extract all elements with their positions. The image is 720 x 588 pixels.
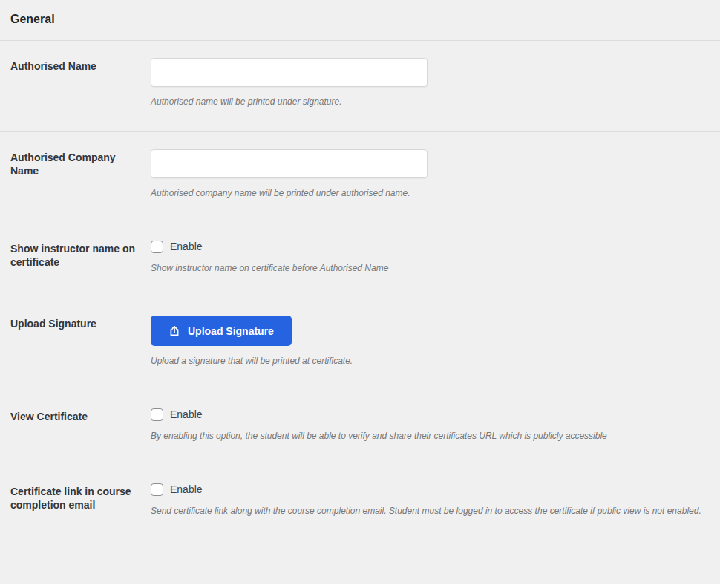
row-authorised-company-name: Authorised Company Name Authorised compa… [0, 132, 720, 223]
authorised-company-name-input[interactable] [151, 149, 428, 178]
page-header: General [0, 0, 720, 41]
upload-signature-button[interactable]: Upload Signature [151, 316, 292, 346]
authorised-company-name-label: Authorised Company Name [10, 149, 151, 177]
instructor-name-help: Show instructor name on certificate befo… [151, 263, 710, 274]
row-view-certificate: View Certificate Enable By enabling this… [0, 391, 720, 466]
settings-panel: General Authorised Name Authorised name … [0, 0, 720, 584]
view-certificate-label: View Certificate [10, 408, 151, 423]
authorised-name-input[interactable] [151, 58, 428, 87]
view-certificate-checkbox-label: Enable [170, 408, 203, 421]
authorised-company-name-help: Authorised company name will be printed … [151, 188, 710, 199]
row-authorised-name: Authorised Name Authorised name will be … [0, 41, 720, 132]
instructor-name-enable-option[interactable]: Enable [151, 241, 710, 253]
instructor-name-checkbox-label: Enable [170, 241, 203, 253]
row-certificate-link-email: Certificate link in course completion em… [0, 466, 720, 540]
certificate-link-email-label: Certificate link in course completion em… [10, 483, 151, 512]
row-instructor-name-on-certificate: Show instructor name on certificate Enab… [0, 223, 720, 298]
authorised-name-help: Authorised name will be printed under si… [151, 97, 710, 108]
save-settings-area: Save Settings [0, 540, 720, 584]
instructor-name-label: Show instructor name on certificate [10, 241, 151, 269]
certificate-link-email-help: Send certificate link along with the cou… [151, 506, 710, 517]
row-upload-signature: Upload Signature Upload Signature Upload… [0, 298, 720, 391]
upload-icon [168, 325, 180, 337]
view-certificate-help: By enabling this option, the student wil… [151, 431, 710, 442]
instructor-name-checkbox[interactable] [151, 241, 163, 253]
upload-signature-button-label: Upload Signature [188, 325, 274, 337]
authorised-name-label: Authorised Name [10, 58, 151, 73]
certificate-link-email-checkbox[interactable] [151, 483, 163, 496]
certificate-link-email-enable-option[interactable]: Enable [151, 483, 710, 496]
view-certificate-checkbox[interactable] [151, 408, 163, 421]
certificate-link-email-checkbox-label: Enable [170, 483, 203, 496]
upload-signature-label: Upload Signature [10, 316, 151, 330]
page-title: General [10, 12, 710, 27]
upload-signature-help: Upload a signature that will be printed … [151, 356, 710, 367]
view-certificate-enable-option[interactable]: Enable [151, 408, 710, 421]
bottom-strip [0, 584, 720, 588]
